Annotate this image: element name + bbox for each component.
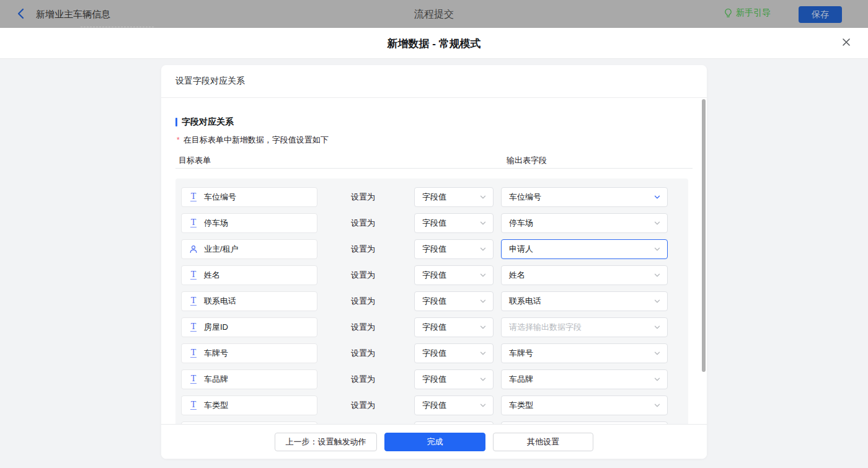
chevron-down-icon bbox=[653, 350, 661, 357]
output-field-select[interactable]: 停车场 bbox=[501, 213, 668, 233]
target-field-box[interactable]: T 车类型 bbox=[181, 395, 317, 415]
value-mode-value: 字段值 bbox=[422, 244, 446, 255]
chevron-down-icon bbox=[479, 219, 487, 227]
target-field-box[interactable]: T 联系电话 bbox=[181, 291, 317, 311]
section-hint: *在目标表单中新增数据，字段值设置如下 bbox=[175, 135, 693, 146]
other-settings-button[interactable]: 其他设置 bbox=[493, 433, 593, 451]
chevron-down-icon bbox=[653, 219, 661, 227]
chevron-down-icon bbox=[653, 376, 661, 383]
chevron-down-icon bbox=[653, 298, 661, 305]
value-mode-value: 字段值 bbox=[422, 218, 446, 229]
mapping-row: T 车位编号 设置为 字段值 车位编号 bbox=[181, 187, 688, 207]
previous-step-button[interactable]: 上一步：设置触发动作 bbox=[275, 433, 377, 451]
output-field-select[interactable]: 车类型 bbox=[501, 395, 668, 415]
section-accent-bar bbox=[175, 118, 177, 126]
target-field-label: 停车场 bbox=[204, 218, 228, 229]
card-footer: 上一步：设置触发动作 完成 其他设置 bbox=[161, 424, 707, 459]
text-field-icon: T bbox=[189, 322, 198, 332]
mapping-row: T 房屋ID 设置为 字段值 请选择输出数据字段 bbox=[181, 317, 688, 337]
output-field-value: 车类型 bbox=[509, 400, 533, 411]
output-field-value: 请选择输出数据字段 bbox=[509, 322, 582, 333]
chevron-down-icon bbox=[653, 193, 661, 201]
lightbulb-icon bbox=[724, 8, 733, 18]
set-as-label: 设置为 bbox=[351, 218, 375, 229]
set-as-label: 设置为 bbox=[351, 322, 375, 333]
chevron-down-icon bbox=[653, 272, 661, 279]
target-field-label: 车位编号 bbox=[204, 192, 236, 203]
value-mode-select[interactable]: 字段值 bbox=[414, 213, 494, 233]
target-field-label: 姓名 bbox=[204, 270, 220, 281]
section-title-label: 字段对应关系 bbox=[182, 117, 234, 128]
output-field-value: 姓名 bbox=[509, 270, 525, 281]
target-field-box[interactable]: T 车牌号 bbox=[181, 343, 317, 363]
column-output-field: 输出表字段 bbox=[507, 155, 547, 166]
target-field-box[interactable]: 业主/租户 bbox=[181, 239, 317, 259]
section-title: 字段对应关系 bbox=[175, 117, 693, 128]
value-mode-value: 字段值 bbox=[422, 400, 446, 411]
value-mode-select[interactable]: 字段值 bbox=[414, 369, 494, 389]
text-field-icon: T bbox=[189, 270, 198, 280]
mapping-row: T 姓名 设置为 字段值 姓名 bbox=[181, 265, 688, 285]
chevron-down-icon bbox=[479, 350, 487, 357]
vertical-scrollbar[interactable] bbox=[702, 99, 706, 372]
done-button[interactable]: 完成 bbox=[384, 433, 485, 451]
value-mode-select[interactable]: 字段值 bbox=[414, 187, 494, 207]
target-field-label: 车牌号 bbox=[204, 348, 228, 359]
output-field-select[interactable]: 姓名 bbox=[501, 265, 668, 285]
target-field-label: 业主/租户 bbox=[204, 244, 239, 255]
close-icon[interactable] bbox=[841, 37, 853, 49]
value-mode-select[interactable]: 字段值 bbox=[414, 343, 494, 363]
output-field-select[interactable]: 请选择输出数据字段 bbox=[501, 317, 668, 337]
chevron-down-icon bbox=[479, 298, 487, 305]
flow-title-underline bbox=[81, 27, 154, 27]
modal-title: 新增数据 - 常规模式 bbox=[0, 37, 868, 51]
modal-body: 设置字段对应关系 字段对应关系 *在目标表单中新增数据，字段值设置如下 目标表单… bbox=[0, 59, 868, 468]
chevron-down-icon bbox=[479, 272, 487, 279]
chevron-down-icon bbox=[653, 245, 661, 253]
set-as-label: 设置为 bbox=[351, 296, 375, 307]
output-field-select[interactable]: 申请人 bbox=[501, 239, 668, 259]
target-field-label: 房屋ID bbox=[204, 322, 228, 333]
set-as-label: 设置为 bbox=[351, 270, 375, 281]
value-mode-select[interactable]: 字段值 bbox=[414, 239, 494, 259]
set-as-label: 设置为 bbox=[351, 374, 375, 385]
chevron-down-icon bbox=[479, 402, 487, 409]
column-target-form: 目标表单 bbox=[179, 155, 211, 166]
mapping-row: T 车类型 设置为 字段值 车类型 bbox=[181, 395, 688, 415]
mapping-row: T 停车场 设置为 字段值 停车场 bbox=[181, 213, 688, 233]
mapping-row: T 车品牌 设置为 字段值 车品牌 bbox=[181, 369, 688, 389]
value-mode-select[interactable]: 字段值 bbox=[414, 395, 494, 415]
value-mode-select[interactable]: 字段值 bbox=[414, 291, 494, 311]
set-as-label: 设置为 bbox=[351, 244, 375, 255]
chevron-down-icon bbox=[653, 402, 661, 409]
target-field-box[interactable]: T 车品牌 bbox=[181, 369, 317, 389]
chevron-down-icon bbox=[653, 324, 661, 331]
output-field-select[interactable]: 车牌号 bbox=[501, 343, 668, 363]
modal-header: 新增数据 - 常规模式 bbox=[0, 28, 868, 59]
value-mode-select[interactable]: 字段值 bbox=[414, 265, 494, 285]
value-mode-select[interactable]: 字段值 bbox=[414, 317, 494, 337]
value-mode-value: 字段值 bbox=[422, 322, 446, 333]
card-body: 字段对应关系 *在目标表单中新增数据，字段值设置如下 目标表单 输出表字段 T … bbox=[161, 98, 707, 424]
user-icon bbox=[189, 244, 198, 254]
screen: 新增业主车辆信息 流程提交 新手引导 保存 新增数据 - 常规模式 设置字段对应… bbox=[0, 0, 868, 468]
chevron-down-icon bbox=[479, 193, 487, 201]
newbie-guide-link[interactable]: 新手引导 bbox=[724, 7, 771, 19]
mapping-row: T 联系电话 设置为 字段值 联系电话 bbox=[181, 291, 688, 311]
output-field-select[interactable]: 联系电话 bbox=[501, 291, 668, 311]
output-field-select[interactable]: 车位编号 bbox=[501, 187, 668, 207]
target-field-label: 车品牌 bbox=[204, 374, 228, 385]
save-button[interactable]: 保存 bbox=[799, 6, 842, 23]
value-mode-value: 字段值 bbox=[422, 270, 446, 281]
text-field-icon: T bbox=[189, 348, 198, 358]
output-field-value: 车位编号 bbox=[509, 192, 541, 203]
target-field-box[interactable]: T 姓名 bbox=[181, 265, 317, 285]
field-mapping-card: 设置字段对应关系 字段对应关系 *在目标表单中新增数据，字段值设置如下 目标表单… bbox=[161, 65, 707, 459]
target-field-box[interactable]: T 停车场 bbox=[181, 213, 317, 233]
output-field-select[interactable]: 车品牌 bbox=[501, 369, 668, 389]
target-field-box[interactable]: T 车位编号 bbox=[181, 187, 317, 207]
chevron-down-icon bbox=[479, 245, 487, 253]
text-field-icon: T bbox=[189, 296, 198, 306]
chevron-down-icon bbox=[479, 324, 487, 331]
target-field-box[interactable]: T 房屋ID bbox=[181, 317, 317, 337]
